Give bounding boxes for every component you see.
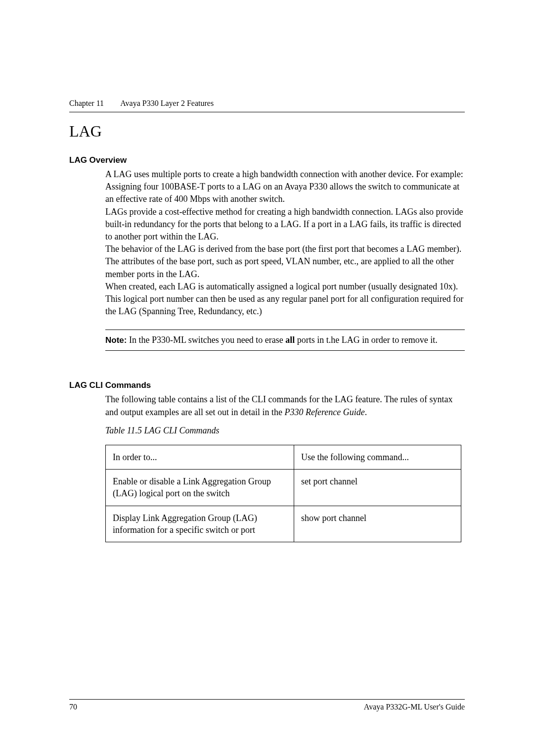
cli-commands-heading: LAG CLI Commands (69, 380, 465, 390)
col1-header: In order to... (106, 445, 294, 469)
cli-intro: The following table contains a list of t… (105, 393, 465, 418)
note-text-suffix: ports in t.he LAG in order to remove it. (295, 335, 437, 345)
cli-intro-prefix: The following table contains a list of t… (105, 394, 452, 417)
chapter-number: Chapter 11 (69, 99, 104, 107)
header-rule (69, 112, 465, 112)
chapter-title: Avaya P330 Layer 2 Features (120, 99, 214, 107)
note-label: Note: (105, 335, 127, 345)
cli-intro-italic: P330 Reference Guide (284, 407, 364, 417)
chapter-header: Chapter 11 Avaya P330 Layer 2 Features (69, 99, 465, 108)
overview-paragraph-2: LAGs provide a cost-effective method for… (105, 206, 465, 243)
note-content: Note: In the P330-ML switches you need t… (105, 334, 465, 346)
note-text-prefix: In the P330-ML switches you need to eras… (127, 335, 285, 345)
overview-paragraph-4: When created, each LAG is automatically … (105, 281, 465, 318)
note-block: Note: In the P330-ML switches you need t… (105, 330, 465, 351)
col2-header: Use the following command... (294, 445, 461, 469)
overview-paragraph-3: The behavior of the LAG is derived from … (105, 243, 465, 281)
command-cell: show port channel (294, 506, 461, 542)
action-cell: Enable or disable a Link Aggregation Gro… (106, 470, 294, 506)
note-bold-word: all (285, 335, 295, 345)
doc-title: Avaya P332G-ML User's Guide (364, 703, 465, 711)
overview-paragraph-1: A LAG uses multiple ports to create a hi… (105, 168, 465, 206)
command-cell: set port channel (294, 470, 461, 506)
page-footer: 70 Avaya P332G-ML User's Guide (69, 699, 465, 711)
table-row: Enable or disable a Link Aggregation Gro… (106, 470, 461, 506)
section-title: LAG (69, 122, 465, 141)
action-cell: Display Link Aggregation Group (LAG) inf… (106, 506, 294, 542)
table-caption: Table 11.5 LAG CLI Commands (105, 425, 465, 436)
page-number: 70 (69, 703, 77, 711)
cli-intro-suffix: . (365, 407, 367, 417)
overview-heading: LAG Overview (69, 155, 465, 165)
footer-rule (69, 699, 465, 700)
note-top-rule (105, 330, 465, 330)
cli-table: In order to... Use the following command… (105, 445, 461, 542)
table-row: Display Link Aggregation Group (LAG) inf… (106, 506, 461, 542)
table-row: In order to... Use the following command… (106, 445, 461, 469)
note-bottom-rule (105, 350, 465, 351)
